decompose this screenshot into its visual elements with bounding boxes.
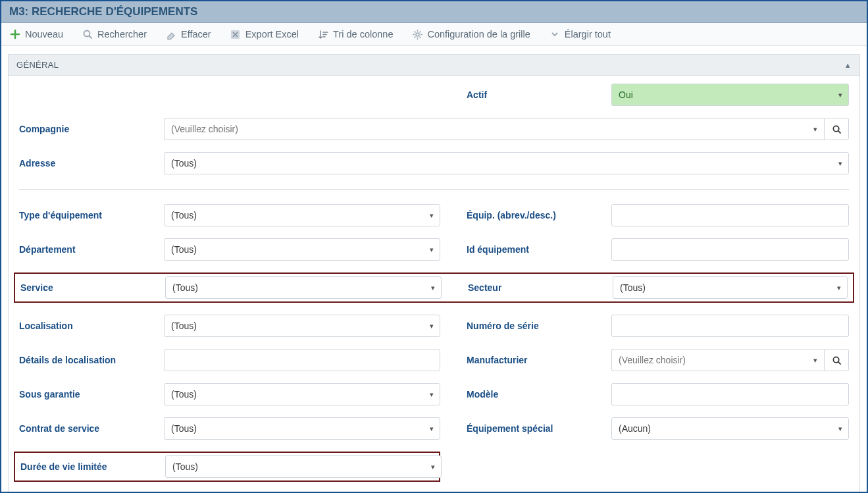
plus-icon <box>9 28 21 40</box>
content-area: GÉNÉRAL ▲ Actif Oui Compagnie <box>1 46 867 492</box>
label-contrat-service: Contrat de service <box>19 423 164 434</box>
general-panel: GÉNÉRAL ▲ Actif Oui Compagnie <box>8 54 860 492</box>
panel-body: Actif Oui Compagnie <box>9 76 859 492</box>
sous-garantie-select[interactable]: (Tous) <box>164 383 440 405</box>
numero-serie-input[interactable] <box>611 315 849 337</box>
label-compagnie: Compagnie <box>19 124 164 134</box>
contrat-service-select[interactable]: (Tous) <box>164 417 440 440</box>
duree-vie-select[interactable]: (Tous) <box>165 455 442 478</box>
label-equip-special: Équipement spécial <box>467 423 611 434</box>
svg-point-2 <box>416 33 419 36</box>
equip-special-select[interactable]: (Aucun) <box>611 417 849 440</box>
compagnie-search-button[interactable] <box>824 118 849 140</box>
compagnie-combo[interactable] <box>164 118 824 140</box>
service-select[interactable]: (Tous) <box>165 276 442 299</box>
label-id-equip: Id équipement <box>467 244 611 255</box>
label-sous-garantie: Sous garantie <box>19 389 164 400</box>
label-duree-vie: Durée de vie limitée <box>20 461 165 472</box>
modele-input[interactable] <box>611 383 849 405</box>
toolbar-label: Tri de colonne <box>333 29 393 39</box>
sort-icon <box>317 28 329 40</box>
collapse-icon[interactable]: ▲ <box>844 61 852 69</box>
label-numero-serie: Numéro de série <box>467 321 611 331</box>
label-adresse: Adresse <box>19 158 164 169</box>
actif-select[interactable]: Oui <box>611 84 849 106</box>
id-equip-input[interactable] <box>611 238 849 261</box>
highlight-service-secteur: Service (Tous) Secteur (Tous) <box>14 272 854 303</box>
panel-header[interactable]: GÉNÉRAL ▲ <box>9 55 859 76</box>
localisation-select[interactable]: (Tous) <box>164 315 440 337</box>
highlight-duree-vie: Durée de vie limitée (Tous) <box>14 452 440 482</box>
details-loc-input[interactable] <box>164 349 440 371</box>
departement-select[interactable]: (Tous) <box>164 238 440 261</box>
toolbar-label: Rechercher <box>97 29 147 39</box>
excel-icon <box>230 28 242 40</box>
toolbar-label: Configuration de la grille <box>427 29 530 39</box>
toolbar-label: Export Excel <box>245 29 299 39</box>
equip-abrev-input[interactable] <box>611 204 849 226</box>
export-excel-button[interactable]: Export Excel <box>230 28 299 40</box>
app-window: M3: RECHERCHE D'ÉQUIPEMENTS Nouveau Rech… <box>0 0 868 493</box>
toolbar-label: Nouveau <box>25 29 63 39</box>
label-service: Service <box>20 282 165 293</box>
panel-title: GÉNÉRAL <box>16 60 59 70</box>
nouveau-button[interactable]: Nouveau <box>9 28 63 40</box>
type-equip-select[interactable]: (Tous) <box>164 204 440 226</box>
chevron-down-icon <box>549 28 561 40</box>
adresse-select[interactable]: (Tous) <box>164 152 849 174</box>
form-grid: Actif Oui Compagnie <box>19 84 849 492</box>
rechercher-button[interactable]: Rechercher <box>82 28 147 40</box>
gear-icon <box>411 28 423 40</box>
eraser-icon <box>165 28 177 40</box>
label-equip-abrev: Équip. (abrev./desc.) <box>467 210 611 221</box>
effacer-button[interactable]: Effacer <box>165 28 211 40</box>
toolbar-label: Élargir tout <box>565 29 611 39</box>
toolbar-label: Effacer <box>181 29 211 39</box>
label-secteur: Secteur <box>468 282 613 293</box>
divider <box>19 189 849 190</box>
label-actif: Actif <box>467 90 611 100</box>
toolbar: Nouveau Rechercher Effacer Export Excel … <box>1 23 867 46</box>
label-manufacturier: Manufacturier <box>467 355 611 365</box>
elargir-tout-button[interactable]: Élargir tout <box>549 28 611 40</box>
config-grille-button[interactable]: Configuration de la grille <box>411 28 530 40</box>
title-bar: M3: RECHERCHE D'ÉQUIPEMENTS <box>1 1 867 23</box>
tri-colonne-button[interactable]: Tri de colonne <box>317 28 393 40</box>
search-icon <box>82 28 93 40</box>
page-title: M3: RECHERCHE D'ÉQUIPEMENTS <box>9 5 197 18</box>
secteur-select[interactable]: (Tous) <box>613 276 848 299</box>
label-modele: Modèle <box>467 389 611 400</box>
manufacturier-combo[interactable] <box>611 349 824 371</box>
label-localisation: Localisation <box>19 321 164 331</box>
label-details-loc: Détails de localisation <box>19 355 164 365</box>
manufacturier-search-button[interactable] <box>824 349 849 371</box>
label-departement: Département <box>19 244 164 255</box>
label-type-equip: Type d'équipement <box>19 210 164 221</box>
